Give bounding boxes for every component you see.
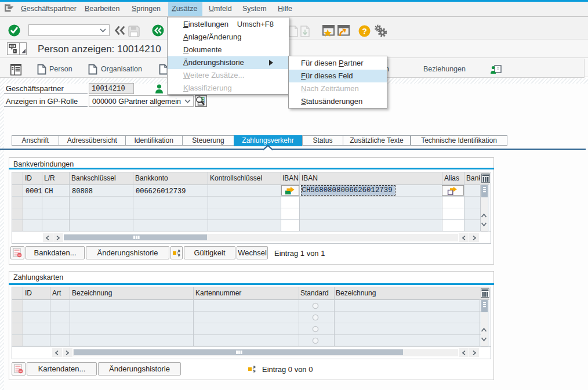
svg-text:?: ? [362,27,367,36]
